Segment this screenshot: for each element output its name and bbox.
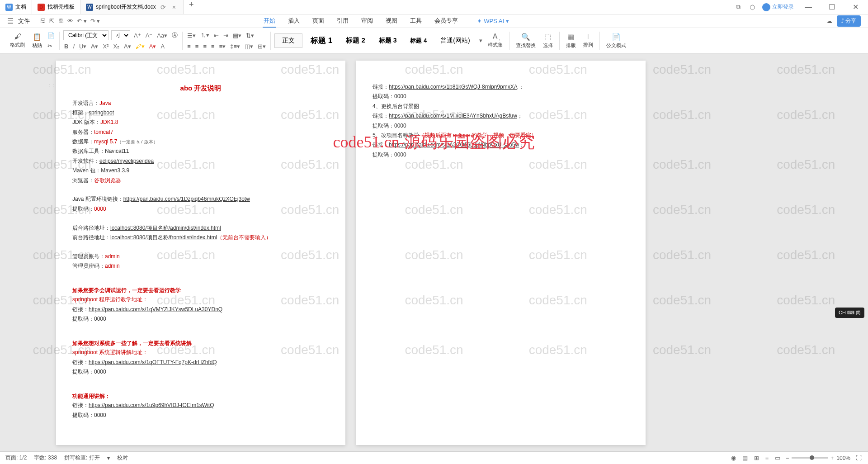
fullscreen-icon[interactable]: ⛶ xyxy=(855,454,863,462)
menu-start[interactable]: 开始 xyxy=(263,15,276,28)
zoom-out-button[interactable]: − xyxy=(786,455,789,461)
style-web[interactable]: 普通(网站) xyxy=(435,34,475,47)
zoom-in-button[interactable]: + xyxy=(830,455,834,461)
maximize-button[interactable]: ☐ xyxy=(823,0,841,14)
login-button[interactable]: 立即登录 xyxy=(762,3,794,11)
outdent-icon[interactable]: ⇤ xyxy=(213,31,220,40)
shrink-font-icon[interactable]: A⁻ xyxy=(145,31,154,40)
section1-link[interactable]: https://pan.baidu.com/s/1qVMYZiJKYsw5DLu… xyxy=(89,306,222,312)
justify-icon[interactable]: ≡ xyxy=(210,42,216,51)
tab-icon[interactable]: ▤▾ xyxy=(232,31,242,40)
format-painter-group[interactable]: 🖌格式刷 xyxy=(7,33,28,48)
strike-button[interactable]: A̶▾ xyxy=(90,42,99,51)
border-icon[interactable]: ⊞▾ xyxy=(257,42,267,51)
char-border-icon[interactable]: A xyxy=(160,42,165,51)
style-h2[interactable]: 标题 2 xyxy=(340,33,371,47)
print-icon[interactable]: 🖶 xyxy=(58,18,64,24)
file-menu[interactable]: 文件 xyxy=(18,17,30,25)
distribute-icon[interactable]: ≡▾ xyxy=(218,42,227,51)
cut-icon[interactable]: ✂ xyxy=(47,42,56,50)
font-size-select[interactable]: 小四 xyxy=(111,30,130,40)
view-web-icon[interactable]: ⊞ xyxy=(753,454,760,462)
drag-handle-icon[interactable]: ⋮⋮ xyxy=(47,82,56,90)
menu-insert[interactable]: 插入 xyxy=(287,15,301,28)
java-env-link[interactable]: https://pan.baidu.com/s/1Dzpiqb46mrukQzX… xyxy=(123,196,250,202)
view-eye-icon[interactable]: ◉ xyxy=(730,454,737,462)
clear-format-icon[interactable]: Ⓐ xyxy=(171,30,179,40)
p2-link3[interactable]: https://pan.baidu.com/s/1A2CO66L9jANbpCx… xyxy=(389,142,519,148)
word-count[interactable]: 字数: 338 xyxy=(34,454,57,462)
numbering-icon[interactable]: ⒈▾ xyxy=(199,30,210,40)
section3-link[interactable]: https://pan.baidu.com/s/1u9p69hVIDJ-fOEI… xyxy=(89,402,214,408)
refresh-icon[interactable]: ⟳ xyxy=(159,4,168,11)
subscript-button[interactable]: X₂ xyxy=(112,42,120,51)
page-2[interactable]: 链接：https://pan.baidu.com/s/1b81kGsWQJ-8r… xyxy=(356,61,646,445)
tab-documents[interactable]: W文档 xyxy=(0,0,32,14)
section2-link[interactable]: https://pan.baidu.com/s/1qOFTUTY-Fq7pK-d… xyxy=(89,359,217,365)
style-normal[interactable]: 正文 xyxy=(274,33,302,48)
preview-icon[interactable]: 👁 xyxy=(67,18,73,24)
window-icon[interactable]: ⧉ xyxy=(734,1,742,13)
share-button[interactable]: ⤴ 分享 xyxy=(837,15,861,27)
bold-button[interactable]: B xyxy=(63,42,69,51)
underline-button[interactable]: U▾ xyxy=(78,42,87,51)
indent-icon[interactable]: ⇥ xyxy=(222,31,229,40)
cube-icon[interactable]: ⬡ xyxy=(748,2,757,13)
undo-icon[interactable]: ↶ ▾ xyxy=(77,18,87,24)
view-outline-icon[interactable]: ≡ xyxy=(764,454,770,462)
menu-member[interactable]: 会员专享 xyxy=(434,15,459,28)
save-icon[interactable]: 🖫 xyxy=(40,18,46,24)
official-group[interactable]: 📄公文模式 xyxy=(604,33,629,49)
align-center-icon[interactable]: ≡ xyxy=(194,42,200,51)
menu-review[interactable]: 审阅 xyxy=(360,15,374,28)
menu-view[interactable]: 视图 xyxy=(385,15,398,28)
line-spacing-icon[interactable]: ‡≡▾ xyxy=(229,42,241,51)
spell-check[interactable]: 拼写检查: 打开 xyxy=(64,454,100,462)
p2-link1[interactable]: https://pan.baidu.com/s/1b81kGsWQJ-8rnlp… xyxy=(389,84,517,90)
menu-reference[interactable]: 引用 xyxy=(336,15,349,28)
view-read-icon[interactable]: ▭ xyxy=(774,454,781,462)
bullets-icon[interactable]: ☰▾ xyxy=(186,31,197,40)
sort-para-icon[interactable]: ⇅▾ xyxy=(245,31,255,40)
p2-link2[interactable]: https://pan.baidu.com/s/1M-xoIE3AYnSbhxU… xyxy=(389,113,517,119)
zoom-slider[interactable] xyxy=(792,457,828,459)
wps-ai-button[interactable]: ✦ WPS AI ▾ xyxy=(477,15,509,28)
find-replace-group[interactable]: 🔍查找替换 xyxy=(513,33,538,49)
view-page-icon[interactable]: ▤ xyxy=(741,454,749,462)
style-h4[interactable]: 标题 4 xyxy=(405,34,432,47)
zoom-level[interactable]: 100% xyxy=(836,455,850,461)
text-effects-icon[interactable]: A▾ xyxy=(123,42,132,51)
copy-icon[interactable]: 📄 xyxy=(47,31,56,40)
tab-templates[interactable]: D找稻壳模板 xyxy=(32,0,80,14)
align-right-icon[interactable]: ≡ xyxy=(202,42,208,51)
shading-icon[interactable]: ◫▾ xyxy=(244,42,254,51)
menu-page[interactable]: 页面 xyxy=(311,15,325,28)
arrange-group[interactable]: ⫴排列 xyxy=(580,33,596,48)
superscript-button[interactable]: X² xyxy=(102,42,109,51)
export-icon[interactable]: ⇱ xyxy=(49,18,54,24)
align-left-icon[interactable]: ≡ xyxy=(186,42,192,51)
style-set-group[interactable]: Aٖ样式集 xyxy=(485,33,505,48)
select-group[interactable]: ⬚选择 xyxy=(540,33,556,49)
sort-group[interactable]: ▦排版 xyxy=(563,33,579,49)
cloud-icon[interactable]: ☁ xyxy=(826,18,832,24)
change-case-icon[interactable]: Aa▾ xyxy=(156,31,168,40)
font-name-select[interactable]: Calibri (正文) xyxy=(63,30,108,40)
add-tab-button[interactable]: + xyxy=(184,0,199,14)
proofread[interactable]: 校对 xyxy=(117,454,128,462)
menu-tools[interactable]: 工具 xyxy=(409,15,423,28)
redo-icon[interactable]: ↷ ▾ xyxy=(90,18,100,24)
minimize-button[interactable]: — xyxy=(799,0,817,14)
page-indicator[interactable]: 页面: 1/2 xyxy=(5,454,27,462)
font-color-icon[interactable]: A▾ xyxy=(148,42,157,51)
italic-button[interactable]: I xyxy=(72,42,75,51)
page-1[interactable]: ⋮⋮ abo 开发说明 开发语言：Java框架：springbootJDK 版本… xyxy=(56,61,345,445)
close-tab-icon[interactable]: × xyxy=(170,4,178,11)
hamburger-icon[interactable]: ☰ xyxy=(7,17,14,25)
paste-group[interactable]: 📋粘贴 xyxy=(29,33,45,49)
style-h3[interactable]: 标题 3 xyxy=(373,34,402,47)
highlight-icon[interactable]: 🖍▾ xyxy=(135,42,146,51)
style-h1[interactable]: 标题 1 xyxy=(305,33,338,48)
styles-more-icon[interactable]: ▾ xyxy=(478,36,483,45)
tab-current-doc[interactable]: Wspringboot开发文档.docx⟳× xyxy=(80,0,184,14)
